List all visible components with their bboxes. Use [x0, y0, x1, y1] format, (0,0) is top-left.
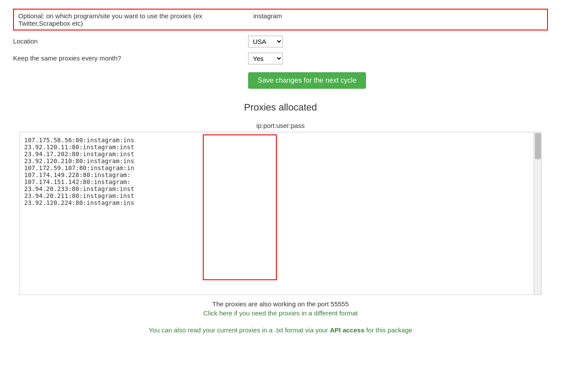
scrollbar-thumb [535, 133, 541, 159]
save-button[interactable]: Save changes for the next cycle [248, 72, 366, 89]
proxy-textarea[interactable] [20, 132, 541, 293]
save-control: Save changes for the next cycle [248, 70, 548, 89]
format-link[interactable]: Click here if you need the proxies in a … [13, 309, 548, 317]
save-row: Save changes for the next cycle [13, 70, 548, 89]
location-row: Location USA UK EU Asia [13, 36, 548, 47]
optional-value: instagram [253, 12, 282, 20]
keep-same-row: Keep the same proxies every month? Yes N… [13, 53, 548, 64]
keep-same-control: Yes No [248, 53, 548, 64]
api-access-link[interactable]: API access [330, 326, 364, 334]
form-section: Optional: on which program/site you want… [13, 9, 548, 89]
proxy-textarea-wrapper [20, 132, 542, 295]
keep-same-label: Keep the same proxies every month? [13, 53, 248, 62]
api-note-suffix: for this package [364, 326, 412, 334]
location-control: USA UK EU Asia [248, 36, 548, 47]
optional-row: Optional: on which program/site you want… [13, 9, 548, 30]
optional-label: Optional: on which program/site you want… [18, 12, 253, 27]
proxies-title: Proxies allocated [13, 102, 548, 113]
ip-label: ip:port:user:pass [13, 122, 548, 129]
proxies-section: Proxies allocated ip:port:user:pass The … [13, 102, 548, 334]
api-note-prefix: You can also read your current proxies i… [149, 326, 330, 334]
location-select[interactable]: USA UK EU Asia [248, 36, 283, 47]
scrollbar-track [534, 132, 541, 295]
save-label-spacer [13, 70, 248, 71]
port-note: The proxies are also working on the port… [13, 300, 548, 308]
location-label: Location [13, 36, 248, 45]
api-note: You can also read your current proxies i… [13, 326, 548, 334]
keep-same-select[interactable]: Yes No [248, 53, 283, 64]
